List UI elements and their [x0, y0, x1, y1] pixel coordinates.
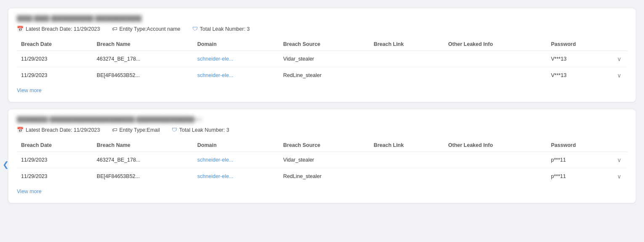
- cell-breach-date: 11/29/2023: [17, 168, 93, 185]
- column-header-expand: [611, 139, 627, 152]
- calendar-icon: 📅: [17, 26, 24, 32]
- column-header-expand: [611, 38, 627, 51]
- cell-password: V***13: [547, 67, 611, 84]
- section-card-2: ████████ ██████████████████████ ████████…: [8, 109, 636, 203]
- cell-domain: schneider-ele...: [193, 67, 279, 84]
- view-more-link[interactable]: View more: [17, 189, 42, 194]
- cell-other-leaked-info: [444, 51, 547, 67]
- meta-breach-date-1: 📅Latest Breach Date: 11/29/2023: [17, 26, 100, 32]
- column-header-breach-date: Breach Date: [17, 38, 93, 51]
- tag-icon: 🏷: [112, 127, 117, 133]
- column-header-breach-link: Breach Link: [370, 38, 444, 51]
- section-card-1: ████ ████ ███████████ ████████████📅Lates…: [8, 8, 636, 102]
- column-header-password: Password: [547, 38, 611, 51]
- cell-breach-source: RedLine_stealer: [279, 67, 370, 84]
- cell-breach-date: 11/29/2023: [17, 67, 93, 84]
- breach-table-2: Breach DateBreach NameDomainBreach Sourc…: [17, 139, 627, 184]
- cell-breach-link: [370, 51, 444, 67]
- column-header-password: Password: [547, 139, 611, 152]
- column-header-other-leaked-info: Other Leaked Info: [444, 139, 547, 152]
- cell-breach-link: [370, 168, 444, 185]
- cell-breach-date: 11/29/2023: [17, 51, 93, 67]
- cell-domain: schneider-ele...: [193, 51, 279, 67]
- entity-type-label: Entity Type:Email: [120, 127, 160, 133]
- expand-cell: ∨: [611, 51, 627, 67]
- table-row: 11/29/2023463274_BE_178...schneider-ele.…: [17, 51, 627, 67]
- meta-total-leak-2: 🛡Total Leak Number: 3: [172, 127, 229, 133]
- cell-password: p***11: [547, 152, 611, 168]
- cell-other-leaked-info: [444, 67, 547, 84]
- expand-row-button[interactable]: ∨: [615, 55, 623, 63]
- column-header-breach-name: Breach Name: [93, 139, 193, 152]
- shield-icon: 🛡: [172, 127, 177, 133]
- meta-row-1: 📅Latest Breach Date: 11/29/2023🏷Entity T…: [17, 26, 627, 32]
- domain-link[interactable]: schneider-ele...: [197, 72, 233, 78]
- entity-type-label: Entity Type:Account name: [120, 26, 181, 32]
- meta-entity-type-2: 🏷Entity Type:Email: [112, 127, 160, 133]
- cell-password: V***13: [547, 51, 611, 67]
- cell-breach-name: BE[4F84653B52...: [93, 67, 193, 84]
- breach-date-label: Latest Breach Date: 11/29/2023: [26, 127, 100, 133]
- shield-icon: 🛡: [192, 26, 198, 32]
- column-header-breach-name: Breach Name: [93, 38, 193, 51]
- cell-breach-source: RedLine_stealer: [279, 168, 370, 185]
- calendar-icon: 📅: [17, 127, 24, 133]
- meta-breach-date-2: 📅Latest Breach Date: 11/29/2023: [17, 127, 100, 133]
- table-row: 11/29/2023BE[4F84653B52...schneider-ele.…: [17, 67, 627, 84]
- tag-icon: 🏷: [112, 26, 117, 32]
- domain-link[interactable]: schneider-ele...: [197, 157, 233, 163]
- entity-title-1: ████ ████ ███████████ ████████████: [17, 15, 627, 21]
- total-leak-label: Total Leak Number: 3: [200, 26, 250, 32]
- back-arrow-button[interactable]: ❮: [3, 160, 9, 169]
- table-row: 11/29/2023463274_BE_178...schneider-ele.…: [17, 152, 627, 168]
- breach-date-label: Latest Breach Date: 11/29/2023: [26, 26, 100, 32]
- total-leak-label: Total Leak Number: 3: [179, 127, 229, 133]
- meta-total-leak-1: 🛡Total Leak Number: 3: [192, 26, 250, 32]
- cell-breach-source: Vidar_stealer: [279, 51, 370, 67]
- expand-row-button[interactable]: ∨: [615, 156, 623, 164]
- expand-row-button[interactable]: ∨: [615, 172, 623, 181]
- cell-breach-name: 463274_BE_178...: [93, 51, 193, 67]
- column-header-domain: Domain: [193, 139, 279, 152]
- column-header-breach-date: Breach Date: [17, 139, 93, 152]
- table-row: 11/29/2023BE[4F84653B52...schneider-ele.…: [17, 168, 627, 185]
- entity-title-2: ████████ ██████████████████████ ████████…: [17, 116, 627, 122]
- cell-breach-name: 463274_BE_178...: [93, 152, 193, 168]
- cell-other-leaked-info: [444, 152, 547, 168]
- cell-domain: schneider-ele...: [193, 152, 279, 168]
- column-header-breach-source: Breach Source: [279, 139, 370, 152]
- cell-breach-link: [370, 152, 444, 168]
- cell-password: p***11: [547, 168, 611, 185]
- expand-row-button[interactable]: ∨: [615, 71, 623, 80]
- breach-table-1: Breach DateBreach NameDomainBreach Sourc…: [17, 38, 627, 83]
- meta-row-2: 📅Latest Breach Date: 11/29/2023🏷Entity T…: [17, 127, 627, 133]
- expand-cell: ∨: [611, 67, 627, 84]
- cell-breach-name: BE[4F84653B52...: [93, 168, 193, 185]
- column-header-domain: Domain: [193, 38, 279, 51]
- column-header-breach-source: Breach Source: [279, 38, 370, 51]
- column-header-breach-link: Breach Link: [370, 139, 444, 152]
- domain-link[interactable]: schneider-ele...: [197, 56, 233, 62]
- domain-link[interactable]: schneider-ele...: [197, 173, 233, 179]
- cell-breach-date: 11/29/2023: [17, 152, 93, 168]
- expand-cell: ∨: [611, 152, 627, 168]
- view-more-link[interactable]: View more: [17, 88, 42, 93]
- cell-breach-source: Vidar_stealer: [279, 152, 370, 168]
- meta-entity-type-1: 🏷Entity Type:Account name: [112, 26, 181, 32]
- column-header-other-leaked-info: Other Leaked Info: [444, 38, 547, 51]
- cell-other-leaked-info: [444, 168, 547, 185]
- cell-domain: schneider-ele...: [193, 168, 279, 185]
- expand-cell: ∨: [611, 168, 627, 185]
- cell-breach-link: [370, 67, 444, 84]
